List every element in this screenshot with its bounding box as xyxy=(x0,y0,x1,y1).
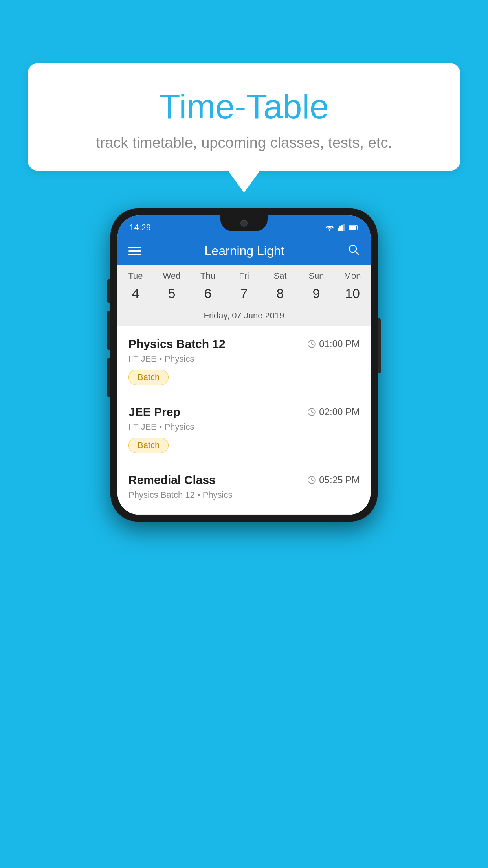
svg-line-12 xyxy=(312,344,313,345)
svg-rect-1 xyxy=(338,228,339,231)
clock-icon-3 xyxy=(307,476,316,484)
class-time-3: 05:25 PM xyxy=(307,474,360,485)
status-time: 14:29 xyxy=(129,223,151,233)
day-header-fri: Fri xyxy=(226,271,262,281)
phone-frame: 14:29 xyxy=(110,208,378,522)
day-8[interactable]: 8 xyxy=(262,286,298,301)
volume-up-button[interactable] xyxy=(107,279,110,303)
class-item-3[interactable]: Remedial Class 05:25 PM Physics Batch 12… xyxy=(117,462,371,515)
page-title: Time-Table xyxy=(51,86,437,127)
signal-icon xyxy=(338,224,345,231)
class-item-3-row1: Remedial Class 05:25 PM xyxy=(128,473,360,487)
day-7[interactable]: 7 xyxy=(226,286,262,301)
day-numbers: 4 5 6 7 8 9 10 xyxy=(117,283,371,307)
day-10[interactable]: 10 xyxy=(334,286,371,301)
class-meta-3: Physics Batch 12 • Physics xyxy=(128,490,360,500)
day-header-wed: Wed xyxy=(154,271,190,281)
volume-down-button[interactable] xyxy=(107,311,110,350)
class-item-1-row1: Physics Batch 12 01:00 PM xyxy=(128,337,360,351)
class-time-1: 01:00 PM xyxy=(307,338,360,349)
day-9[interactable]: 9 xyxy=(298,286,334,301)
front-camera xyxy=(240,220,248,227)
wifi-icon xyxy=(325,224,334,231)
class-time-2: 02:00 PM xyxy=(307,406,360,417)
selected-date-label: Friday, 07 June 2019 xyxy=(117,307,371,326)
day-header-sat: Sat xyxy=(262,271,298,281)
phone-notch xyxy=(220,215,268,231)
svg-rect-6 xyxy=(357,226,358,229)
day-6[interactable]: 6 xyxy=(190,286,226,301)
svg-rect-4 xyxy=(343,224,345,231)
speech-bubble-container: Time-Table track timetable, upcoming cla… xyxy=(28,63,460,193)
hamburger-line-2 xyxy=(128,250,141,252)
search-button[interactable] xyxy=(348,244,360,258)
class-item-2[interactable]: JEE Prep 02:00 PM IIT JEE • Physics Batc… xyxy=(117,394,371,462)
batch-badge-1: Batch xyxy=(128,370,169,385)
day-4[interactable]: 4 xyxy=(117,286,154,301)
svg-rect-7 xyxy=(349,226,356,230)
day-header-sun: Sun xyxy=(298,271,334,281)
power-button[interactable] xyxy=(378,318,381,373)
class-name-2: JEE Prep xyxy=(128,405,180,419)
class-list: Physics Batch 12 01:00 PM IIT JEE • Phys… xyxy=(117,326,371,515)
day-headers: Tue Wed Thu Fri Sat Sun Mon xyxy=(117,265,371,283)
clock-icon-1 xyxy=(307,340,316,348)
day-header-thu: Thu xyxy=(190,271,226,281)
svg-line-9 xyxy=(355,251,358,254)
svg-line-18 xyxy=(312,480,313,481)
app-bar-title: Learning Light xyxy=(205,244,284,258)
phone-screen: 14:29 xyxy=(117,215,371,515)
clock-icon-2 xyxy=(307,408,316,416)
day-5[interactable]: 5 xyxy=(154,286,190,301)
svg-line-15 xyxy=(312,412,313,413)
calendar-strip: Tue Wed Thu Fri Sat Sun Mon 4 5 6 7 8 9 … xyxy=(117,265,371,326)
page-subtitle: track timetable, upcoming classes, tests… xyxy=(51,134,437,151)
class-item-1[interactable]: Physics Batch 12 01:00 PM IIT JEE • Phys… xyxy=(117,326,371,394)
svg-rect-3 xyxy=(341,225,343,231)
speech-bubble: Time-Table track timetable, upcoming cla… xyxy=(28,63,460,171)
phone-container: 14:29 xyxy=(110,208,378,522)
svg-rect-2 xyxy=(339,226,341,231)
class-name-3: Remedial Class xyxy=(128,473,216,487)
camera-button[interactable] xyxy=(107,358,110,397)
class-item-2-row1: JEE Prep 02:00 PM xyxy=(128,405,360,419)
speech-bubble-tail xyxy=(228,171,260,193)
batch-badge-2: Batch xyxy=(128,438,169,453)
app-bar: Learning Light xyxy=(117,237,371,265)
class-name-1: Physics Batch 12 xyxy=(128,337,226,351)
battery-icon xyxy=(349,225,359,230)
svg-point-0 xyxy=(329,229,330,231)
hamburger-line-1 xyxy=(128,247,141,248)
hamburger-line-3 xyxy=(128,254,141,255)
class-meta-1: IIT JEE • Physics xyxy=(128,354,360,364)
day-header-mon: Mon xyxy=(334,271,371,281)
hamburger-menu-button[interactable] xyxy=(128,247,141,255)
status-icons xyxy=(325,224,359,231)
day-header-tue: Tue xyxy=(117,271,154,281)
class-meta-2: IIT JEE • Physics xyxy=(128,422,360,432)
